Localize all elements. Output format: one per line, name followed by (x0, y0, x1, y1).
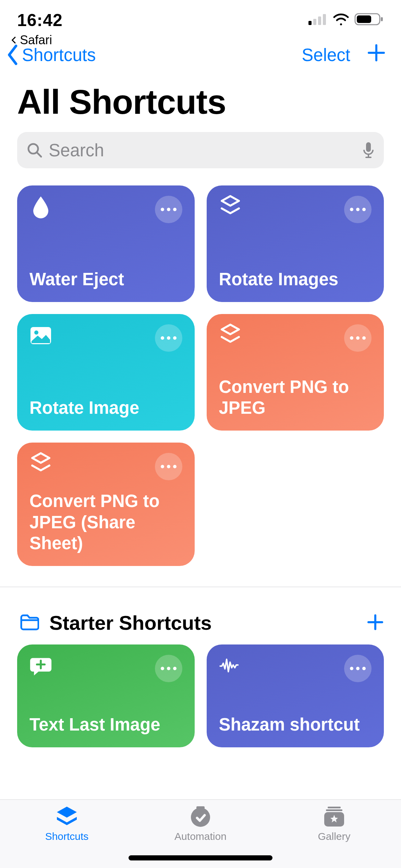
wifi-icon (332, 13, 350, 25)
tile-more-button[interactable] (344, 196, 372, 223)
status-right (308, 10, 384, 26)
automation-tab-icon (190, 806, 211, 827)
shortcuts-grid: Water Eject Rotate Images (0, 168, 401, 566)
search-icon (27, 142, 42, 158)
shortcut-tile[interactable]: Shazam shortcut (207, 644, 384, 747)
page-title: All Shortcuts (0, 72, 401, 132)
layers-icon (219, 324, 242, 347)
status-bar: 16:42 Safari (0, 0, 401, 38)
folder-icon (20, 614, 39, 632)
tile-label: Convert PNG to JPEG (219, 376, 372, 418)
svg-rect-13 (328, 807, 341, 808)
shortcuts-tab-icon (55, 806, 79, 827)
status-time: 16:42 (17, 10, 63, 30)
svg-rect-3 (323, 14, 326, 25)
add-shortcut-button[interactable] (367, 43, 386, 67)
shortcut-tile[interactable]: Convert PNG to JPEG (Share Sheet) (17, 443, 195, 566)
svg-rect-8 (366, 142, 371, 152)
tab-label: Gallery (318, 831, 350, 842)
tile-label: Convert PNG to JPEG (Share Sheet) (29, 491, 182, 554)
shortcut-tile[interactable]: Water Eject (17, 185, 195, 302)
search-field[interactable] (17, 132, 384, 168)
back-label: Shortcuts (22, 45, 96, 65)
chevron-left-icon (4, 44, 22, 65)
tile-more-button[interactable] (155, 655, 182, 682)
gallery-tab-icon (323, 806, 345, 827)
waveform-icon (219, 655, 242, 677)
svg-rect-5 (357, 15, 371, 23)
folder-add-button[interactable] (367, 614, 384, 632)
tile-label: Text Last Image (29, 714, 182, 735)
tab-automation[interactable]: Automation (134, 806, 267, 842)
svg-rect-0 (308, 21, 312, 25)
tile-label: Rotate Image (29, 397, 182, 418)
search-input[interactable] (49, 140, 356, 160)
tile-more-button[interactable] (155, 453, 182, 480)
tile-more-button[interactable] (155, 196, 182, 223)
battery-icon (354, 12, 384, 26)
svg-rect-6 (381, 17, 383, 21)
shortcut-tile[interactable]: Rotate Image (17, 314, 195, 431)
svg-rect-12 (196, 806, 205, 809)
tile-label: Water Eject (29, 269, 182, 290)
folder-title[interactable]: Starter Shortcuts (49, 611, 212, 634)
plus-icon (367, 43, 386, 62)
svg-rect-1 (313, 19, 316, 25)
layers-icon (219, 196, 242, 218)
svg-rect-14 (326, 809, 342, 811)
picture-icon (29, 324, 52, 347)
folder-header: Starter Shortcuts (0, 587, 401, 644)
tab-label: Shortcuts (45, 831, 89, 842)
svg-point-11 (191, 808, 210, 827)
microphone-icon[interactable] (363, 142, 374, 159)
drop-icon (29, 196, 52, 218)
tile-more-button[interactable] (155, 324, 182, 352)
svg-rect-2 (318, 16, 321, 25)
starter-grid: Text Last Image Shazam shortcut (0, 644, 401, 747)
svg-point-10 (34, 330, 38, 335)
chat-plus-icon (29, 655, 52, 677)
tab-gallery[interactable]: Gallery (268, 806, 400, 842)
shortcut-tile[interactable]: Rotate Images (207, 185, 384, 302)
tile-more-button[interactable] (344, 324, 372, 352)
tab-label: Automation (174, 831, 227, 842)
plus-icon (367, 614, 384, 631)
select-button[interactable]: Select (302, 45, 350, 65)
shortcut-tile[interactable]: Text Last Image (17, 644, 195, 747)
tile-label: Rotate Images (219, 269, 372, 290)
tab-shortcuts[interactable]: Shortcuts (1, 806, 133, 842)
tile-label: Shazam shortcut (219, 714, 372, 735)
cellular-icon (308, 13, 328, 25)
caret-left-icon (10, 36, 19, 45)
layers-icon (29, 453, 52, 475)
home-indicator[interactable] (129, 855, 272, 860)
back-button[interactable]: Shortcuts (0, 44, 96, 65)
shortcut-tile[interactable]: Convert PNG to JPEG (207, 314, 384, 431)
tile-more-button[interactable] (344, 655, 372, 682)
